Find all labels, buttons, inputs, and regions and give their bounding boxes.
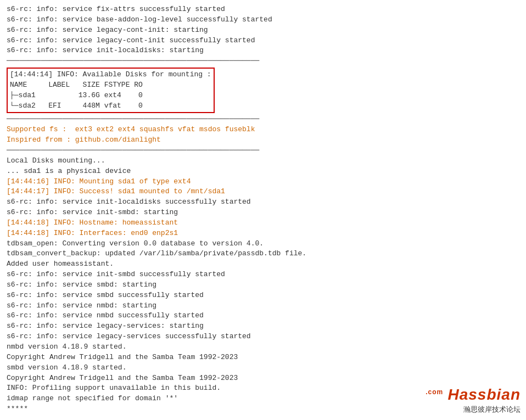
terminal-line: tdbsam_convert_backup: updated /var/lib/… xyxy=(7,249,519,259)
terminal-line: Inspired from : github.com/dianlight xyxy=(7,135,519,145)
terminal-line: tdbsam_open: Converting version 0.0 data… xyxy=(7,239,519,249)
terminal-line: s6-rc: info: service init-localdisks: st… xyxy=(7,46,519,56)
terminal-line: s6-rc: info: service init-localdisks suc… xyxy=(7,197,519,208)
disk-box-header: NAME LABEL SIZE FSTYPE RO xyxy=(10,80,211,91)
terminal-line: Copyright Andrew Tridgell and the Samba … xyxy=(7,352,519,363)
disk-info-box: [14:44:14] INFO: Available Disks for mou… xyxy=(7,68,215,113)
terminal-line: [14:44:17] INFO: Success! sda1 mounted t… xyxy=(7,187,519,197)
terminal-line: nmbd version 4.18.9 started. xyxy=(7,342,519,352)
separator-line: ────────────────────────────────────────… xyxy=(7,56,519,66)
terminal-line: s6-rc: info: service smbd: starting xyxy=(7,280,519,290)
terminal-line: Supported fs : ext3 ext2 ext4 squashfs v… xyxy=(7,125,519,135)
watermark-brand: .com Hassbian xyxy=(426,386,521,404)
terminal-line: ... sda1 is a physical device xyxy=(7,166,519,177)
watermark-com: .com xyxy=(426,388,443,396)
terminal-line: s6-rc: info: service smbd successfully s… xyxy=(7,290,519,301)
terminal-line: s6-rc: info: service fix-attrs successfu… xyxy=(7,4,519,15)
disk-box-row2: └─sda2 EFI 448M vfat 0 xyxy=(10,101,211,111)
terminal-line: s6-rc: info: service legacy-cont-init su… xyxy=(7,36,519,46)
watermark-subtitle: 瀚思彼岸技术论坛 xyxy=(426,405,521,415)
watermark-logo: Hassbian xyxy=(448,386,521,403)
terminal-container: s6-rc: info: service fix-attrs successfu… xyxy=(0,0,526,420)
terminal-line: [14:44:16] INFO: Mounting sda1 of type e… xyxy=(7,177,519,187)
terminal-line: Local Disks mounting... xyxy=(7,156,519,166)
separator-line: ────────────────────────────────────────… xyxy=(7,145,519,156)
terminal-line: s6-rc: info: service legacy-services: st… xyxy=(7,321,519,332)
disk-box-title: [14:44:14] INFO: Available Disks for mou… xyxy=(10,70,211,80)
terminal-line: Added user homeassistant. xyxy=(7,259,519,270)
terminal-line: s6-rc: info: service init-smbd successfu… xyxy=(7,270,519,280)
terminal-line: [14:44:18] INFO: Hostname: homeassistant xyxy=(7,218,519,228)
terminal-line: s6-rc: info: service nmbd: starting xyxy=(7,301,519,311)
watermark-brand-text: .com Hassbian xyxy=(426,387,521,403)
terminal-line: smbd version 4.18.9 started. xyxy=(7,363,519,373)
terminal-line: [14:44:18] INFO: Interfaces: end0 enp2s1 xyxy=(7,228,519,239)
terminal-line: s6-rc: info: service nmbd successfully s… xyxy=(7,311,519,321)
terminal-line: s6-rc: info: service legacy-cont-init: s… xyxy=(7,25,519,36)
terminal-line xyxy=(7,415,519,420)
disk-box-row1: ├─sda1 13.6G ext4 0 xyxy=(10,91,211,101)
terminal-line: s6-rc: info: service base-addon-log-leve… xyxy=(7,15,519,25)
terminal-line: s6-rc: info: service init-smbd: starting xyxy=(7,208,519,218)
terminal-line: Copyright Andrew Tridgell and the Samba … xyxy=(7,373,519,384)
separator-line: ────────────────────────────────────────… xyxy=(7,114,519,125)
watermark: .com Hassbian 瀚思彼岸技术论坛 xyxy=(426,386,521,415)
terminal-line: s6-rc: info: service legacy-services suc… xyxy=(7,332,519,342)
